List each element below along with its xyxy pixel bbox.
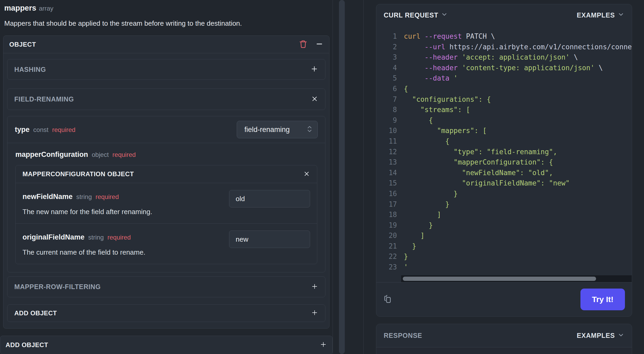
vertical-scrollbar[interactable] — [339, 0, 345, 354]
new-field-name-description: The new name for the field after renamin… — [23, 208, 223, 216]
close-icon — [311, 95, 318, 104]
plus-icon — [320, 341, 327, 349]
response-examples-dropdown[interactable]: EXAMPLES — [577, 331, 624, 340]
schema-editor-column: mappersarray Mappers that should be appl… — [0, 0, 333, 354]
curl-request-dropdown[interactable]: CURL REQUEST — [384, 11, 448, 19]
code-line: 4 --header 'content-type: application/js… — [376, 63, 632, 73]
code-line: 13 "mapperConfiguration": { — [376, 157, 632, 168]
code-line: 2 --url https://api.airbyte.com/v1/conne… — [376, 42, 632, 52]
mapper-configuration-card-header: MAPPERCONFIGURATION OBJECT — [16, 165, 317, 183]
mapper-configuration-card: MAPPERCONFIGURATION OBJECT — [15, 165, 317, 264]
request-examples-label: EXAMPLES — [577, 11, 615, 19]
field-renaming-body: type const required field-renaming — [7, 116, 325, 272]
new-field-name-row: newFieldName string required The new nam… — [16, 183, 317, 223]
response-title: RESPONSE — [384, 332, 422, 339]
delete-object-button[interactable] — [299, 39, 307, 49]
response-examples-label: EXAMPLES — [577, 332, 615, 339]
section-field-renaming[interactable]: FIELD-RENAMING — [7, 88, 325, 110]
property-title: mappersarray — [4, 4, 333, 12]
curl-request-title: CURL REQUEST — [384, 11, 438, 19]
collapse-object-button[interactable] — [315, 40, 323, 49]
response-body — [376, 347, 632, 354]
chevron-up-down-icon — [306, 125, 313, 135]
code-line: 14 "newFieldName": "old", — [376, 168, 632, 178]
response-header: RESPONSE EXAMPLES — [376, 324, 632, 347]
code-line: 7 "configurations": { — [376, 94, 632, 105]
close-mapper-configuration-button[interactable] — [303, 170, 310, 178]
column-divider — [363, 0, 364, 354]
plus-icon — [311, 309, 318, 317]
try-it-button[interactable]: Try It! — [580, 289, 625, 310]
original-field-name-input[interactable] — [229, 231, 310, 248]
code-line: 21 } — [376, 241, 632, 252]
horizontal-scrollbar[interactable] — [401, 275, 632, 282]
horizontal-scrollbar-thumb[interactable] — [403, 277, 596, 281]
section-mapper-row-filtering-label: MAPPER-ROW-FILTERING — [14, 283, 101, 291]
request-examples-dropdown[interactable]: EXAMPLES — [577, 11, 624, 19]
original-field-name-row: originalFieldName string required The cu… — [16, 223, 317, 264]
original-field-name-required-badge: required — [108, 234, 131, 241]
section-hashing[interactable]: HASHING — [7, 59, 325, 80]
add-object-label: ADD OBJECT — [14, 309, 57, 317]
type-property-name: type — [15, 126, 30, 134]
curl-request-header: CURL REQUEST EXAMPLES — [376, 4, 632, 26]
trash-icon — [299, 39, 307, 49]
code-lines: 1curl --request PATCH \2 --url https://a… — [376, 31, 632, 273]
curl-request-panel: CURL REQUEST EXAMPLES 1curl --request PA… — [376, 4, 632, 317]
property-name: mappers — [4, 4, 36, 12]
code-line: 17 } — [376, 199, 632, 210]
left-column-border — [333, 0, 333, 354]
new-field-name-label: newFieldName — [23, 193, 73, 201]
object-card-body: HASHING FIELD-RENAMING ty — [3, 53, 329, 328]
close-icon — [303, 170, 310, 178]
original-field-name-label: originalFieldName — [23, 233, 84, 241]
code-line: 6{ — [376, 84, 632, 94]
code-line: 5 --data ' — [376, 73, 632, 84]
curl-request-footer: Try It! — [376, 282, 632, 317]
new-field-name-input[interactable] — [229, 190, 310, 207]
section-hashing-label: HASHING — [14, 66, 46, 73]
chevron-down-icon — [618, 331, 624, 340]
api-docs-page: mappersarray Mappers that should be appl… — [0, 0, 644, 354]
type-selected-value: field-renaming — [244, 126, 290, 134]
copy-icon — [383, 294, 393, 305]
code-line: 12 "type": "field-renaming", — [376, 147, 632, 157]
type-property-row: type const required field-renaming — [7, 116, 325, 143]
property-description: Mappers that should be applied to the st… — [4, 19, 333, 28]
code-line: 10 "mappers": [ — [376, 126, 632, 136]
code-line: 20 ] — [376, 231, 632, 241]
property-type-badge: array — [39, 5, 53, 12]
object-card-header: OBJECT — [3, 36, 329, 53]
section-mapper-row-filtering[interactable]: MAPPER-ROW-FILTERING — [7, 276, 325, 297]
code-line: 16 } — [376, 189, 632, 199]
type-property-kind: const — [33, 126, 48, 134]
response-panel: RESPONSE EXAMPLES — [376, 324, 632, 354]
chevron-down-icon — [618, 11, 624, 19]
plus-icon — [311, 283, 318, 291]
original-field-name-description: The current name of the field to rename. — [23, 248, 223, 256]
add-object-button[interactable]: ADD OBJECT — [7, 304, 325, 322]
code-line: 11 { — [376, 136, 632, 147]
add-array-item-button[interactable]: ADD OBJECT — [0, 336, 333, 354]
new-field-name-kind: string — [76, 193, 92, 201]
code-line: 3 --header 'accept: application/json' \ — [376, 52, 632, 63]
mapper-configuration-card-title: MAPPERCONFIGURATION OBJECT — [23, 170, 134, 178]
copy-code-button[interactable] — [383, 294, 393, 305]
code-line: 1curl --request PATCH \ — [376, 31, 632, 42]
plus-icon — [310, 65, 318, 74]
type-value-select[interactable]: field-renaming — [237, 121, 318, 138]
new-field-name-required-badge: required — [96, 193, 119, 201]
code-line: 18 ] — [376, 210, 632, 220]
mapper-configuration-required-badge: required — [113, 151, 136, 158]
code-line: 15 "originalFieldName": "new" — [376, 178, 632, 189]
object-card-title: OBJECT — [9, 41, 36, 48]
code-line: 23' — [376, 262, 632, 273]
mapper-configuration-section: mapperConfiguration object required MAPP… — [7, 143, 325, 272]
section-field-renaming-label: FIELD-RENAMING — [14, 95, 74, 103]
chevron-down-icon — [441, 11, 448, 19]
add-array-item-label: ADD OBJECT — [6, 341, 48, 349]
code-line: 22} — [376, 251, 632, 262]
original-field-name-kind: string — [88, 234, 104, 241]
type-required-badge: required — [52, 126, 75, 134]
mapper-configuration-kind: object — [92, 151, 109, 158]
